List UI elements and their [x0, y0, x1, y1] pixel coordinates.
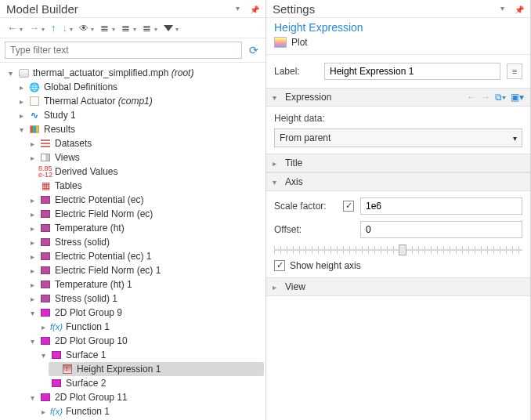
insert-expression-icon[interactable]: ⧉▾ [495, 92, 506, 103]
plot-icon [41, 210, 50, 218]
offset-label: Offset: [274, 224, 337, 235]
filter-row [0, 38, 266, 63]
tree-node-results[interactable]: ▾ Results [16, 122, 264, 136]
tree-node-root[interactable]: ▾ thermal_actuator_simplified.mph (root) [5, 66, 264, 80]
tree-node-tables[interactable]: ▸Tables [27, 179, 264, 193]
pin-icon[interactable] [250, 4, 261, 15]
tree-node-plot-group-9[interactable]: ▾2D Plot Group 9 [27, 306, 264, 320]
plot-icon [41, 266, 50, 274]
scale-factor-label: Scale factor: [274, 201, 337, 212]
function-icon: f(x) [50, 321, 63, 332]
plot-icon [41, 224, 50, 232]
tree-node-function-1b[interactable]: ▸f(x)Function 1 [38, 404, 264, 418]
chevron-right-icon: ▸ [273, 283, 280, 291]
height-data-combo[interactable]: From parent [274, 129, 522, 147]
replace-expression-icon[interactable]: ▣▾ [511, 92, 524, 103]
offset-slider[interactable] [274, 246, 522, 254]
tree-node-plot-ef-ec[interactable]: ▸Electric Field Norm (ec) [27, 207, 264, 221]
offset-input[interactable] [360, 221, 522, 238]
tree-node-plot-group-10[interactable]: ▾2D Plot Group 10 [27, 334, 264, 348]
section-header-axis[interactable]: ▾ Axis [266, 172, 530, 191]
function-icon: f(x) [50, 406, 63, 417]
tree-node-plot-stress[interactable]: ▸Stress (solid) [27, 235, 264, 249]
tree-node-surface-1[interactable]: ▾Surface 1 [38, 348, 264, 362]
model-builder-header: Model Builder [0, 0, 266, 18]
expand-icon[interactable]: ▸ [17, 83, 25, 92]
plot-icon[interactable] [274, 37, 287, 48]
tree-node-component[interactable]: ▸ Thermal Actuator (comp1) [16, 94, 264, 108]
tree-node-global-definitions[interactable]: ▸ Global Definitions [16, 80, 264, 94]
study-icon [28, 110, 41, 121]
nav-back-button[interactable]: ← [5, 20, 25, 35]
tree-node-surface-2[interactable]: ▸Surface 2 [38, 376, 264, 390]
tree-node-datasets[interactable]: ▸Datasets [27, 136, 264, 150]
nav-forward-button[interactable]: → [27, 20, 47, 35]
tree-node-plot-temp-ht[interactable]: ▸Temperature (ht) [27, 221, 264, 235]
section-body-expression: Height data: From parent [266, 107, 530, 154]
plot-icon [41, 295, 50, 302]
scale-factor-checkbox[interactable] [343, 201, 354, 212]
show-height-axis-label: Show height axis [290, 260, 361, 271]
tree-node-plot-group-11[interactable]: ▾2D Plot Group 11 [27, 390, 264, 404]
settings-subtitle: Height Expression [266, 18, 530, 35]
model-builder-title: Model Builder [6, 2, 78, 16]
height-expression-icon [63, 364, 72, 374]
height-data-label: Height data: [274, 113, 522, 124]
collapse-button[interactable] [98, 20, 117, 35]
label-input[interactable] [324, 63, 500, 80]
expand-icon[interactable]: ▾ [6, 69, 14, 78]
chevron-right-icon: ▸ [273, 159, 280, 168]
tree-node-plot-temp-ht1[interactable]: ▸Temperature (ht) 1 [27, 277, 264, 291]
arrow-left-icon[interactable]: ← [467, 92, 476, 103]
expand-icon[interactable]: ▸ [17, 111, 25, 120]
panel-menu-icon[interactable] [500, 4, 511, 15]
model-builder-panel: Model Builder ← → ↑ ↓ ▾ thermal_actuator… [0, 0, 266, 420]
model-tree[interactable]: ▾ thermal_actuator_simplified.mph (root)… [0, 63, 266, 420]
plot-row: Plot [266, 35, 530, 55]
tree-node-study[interactable]: ▸ Study 1 [16, 108, 264, 122]
nav-up-button[interactable]: ↑ [49, 20, 59, 35]
tree-node-views[interactable]: ▸Views [27, 150, 264, 165]
arrow-right-icon[interactable]: → [481, 92, 490, 103]
filter-button[interactable] [161, 21, 181, 35]
derived-values-icon: 8.85 e-12 [39, 166, 52, 177]
tree-node-plot-stress1[interactable]: ▸Stress (solid) 1 [27, 291, 264, 306]
tree-node-derived-values[interactable]: ▸8.85 e-12Derived Values [27, 165, 264, 179]
refresh-button[interactable] [247, 42, 261, 58]
filter-input[interactable] [5, 42, 242, 59]
plot-2d-icon [41, 393, 50, 401]
plot-icon [41, 252, 50, 260]
settings-title: Settings [273, 2, 315, 16]
results-icon [30, 125, 39, 133]
settings-header: Settings [266, 0, 530, 18]
plot-icon [41, 281, 50, 288]
show-height-axis-checkbox[interactable] [274, 260, 285, 271]
tables-icon [39, 180, 52, 191]
show-button[interactable] [77, 21, 96, 35]
slider-thumb[interactable] [399, 244, 406, 255]
datasets-icon [41, 139, 50, 147]
expand-icon[interactable]: ▾ [17, 125, 25, 134]
tree-node-plot-ep-ec[interactable]: ▸Electric Potential (ec) [27, 193, 264, 207]
tree-node-height-expression-1[interactable]: ▸Height Expression 1 [49, 362, 264, 376]
tree-node-plot-ef-ec1[interactable]: ▸Electric Field Norm (ec) 1 [27, 263, 264, 277]
tree-node-plot-ep-ec1[interactable]: ▸Electric Potential (ec) 1 [27, 249, 264, 263]
scale-factor-input[interactable] [360, 197, 522, 215]
nav-down-button[interactable]: ↓ [60, 20, 76, 35]
pin-icon[interactable] [515, 4, 526, 15]
model-icon [19, 69, 29, 78]
plot-button-label[interactable]: Plot [291, 37, 308, 48]
chevron-down-icon [513, 132, 517, 143]
surface-icon [52, 379, 61, 387]
goto-button[interactable] [507, 63, 522, 79]
expand-button[interactable] [119, 20, 139, 35]
panel-menu-icon[interactable] [236, 4, 247, 15]
group-button[interactable] [140, 20, 160, 35]
expand-icon[interactable]: ▸ [17, 97, 25, 106]
section-header-title[interactable]: ▸ Title [266, 154, 530, 172]
tree-node-function-1[interactable]: ▸f(x)Function 1 [38, 320, 264, 334]
plot-icon [41, 196, 50, 204]
section-header-expression[interactable]: ▾ Expression ← → ⧉▾ ▣▾ [266, 88, 530, 107]
section-header-view[interactable]: ▸ View [266, 277, 530, 296]
height-data-value: From parent [280, 132, 331, 143]
